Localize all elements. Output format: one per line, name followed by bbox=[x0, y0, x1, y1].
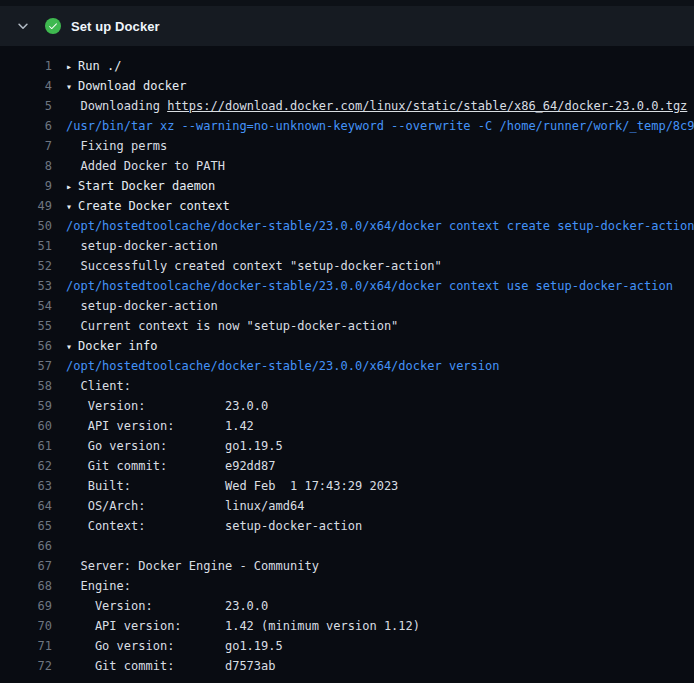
log-text: Docker info bbox=[78, 339, 157, 353]
line-number[interactable]: 52 bbox=[8, 256, 52, 276]
line-number[interactable]: 62 bbox=[8, 456, 52, 476]
log-line: 63 Built: Wed Feb 1 17:43:29 2023 bbox=[0, 476, 694, 496]
log-line-content: ▸Start Docker daemon bbox=[66, 176, 694, 196]
log-text: Version: 23.0.0 bbox=[66, 599, 268, 613]
log-line: 71 Go version: go1.19.5 bbox=[0, 636, 694, 656]
log-line: 58 Client: bbox=[0, 376, 694, 396]
log-line-content: OS/Arch: linux/amd64 bbox=[66, 496, 694, 516]
group-toggle-icon[interactable]: ▾ bbox=[66, 201, 72, 212]
log-text: Server: Docker Engine - Community bbox=[66, 559, 319, 573]
log-line-content: Built: Wed Feb 1 17:43:29 2023 bbox=[66, 476, 694, 496]
log-line-content: Git commit: d7573ab bbox=[66, 656, 694, 676]
line-number[interactable]: 1 bbox=[8, 56, 52, 76]
log-text: Go version: go1.19.5 bbox=[66, 639, 283, 653]
line-number[interactable]: 8 bbox=[8, 156, 52, 176]
line-number[interactable]: 57 bbox=[8, 356, 52, 376]
log-line-content: Added Docker to PATH bbox=[66, 156, 694, 176]
log-line: 49 ▾Create Docker context bbox=[0, 196, 694, 216]
log-line: 55 Current context is now "setup-docker-… bbox=[0, 316, 694, 336]
log-line-content: /opt/hostedtoolcache/docker-stable/23.0.… bbox=[66, 216, 694, 236]
line-number[interactable]: 9 bbox=[8, 176, 52, 196]
line-number[interactable]: 5 bbox=[8, 96, 52, 116]
line-number[interactable]: 60 bbox=[8, 416, 52, 436]
log-line-content: Go version: go1.19.5 bbox=[66, 436, 694, 456]
line-number[interactable]: 50 bbox=[8, 216, 52, 236]
log-text: Client: bbox=[66, 379, 131, 393]
line-number[interactable]: 58 bbox=[8, 376, 52, 396]
line-number[interactable]: 6 bbox=[8, 116, 52, 136]
log-line: 60 API version: 1.42 bbox=[0, 416, 694, 436]
line-number[interactable]: 72 bbox=[8, 656, 52, 676]
log-text: Built: Wed Feb 1 17:43:29 2023 bbox=[66, 479, 398, 493]
log-line: 62 Git commit: e92dd87 bbox=[0, 456, 694, 476]
log-line-content: API version: 1.42 bbox=[66, 416, 694, 436]
log-line: 70 API version: 1.42 (minimum version 1.… bbox=[0, 616, 694, 636]
line-number[interactable]: 70 bbox=[8, 616, 52, 636]
line-number[interactable]: 64 bbox=[8, 496, 52, 516]
log-line-content: Go version: go1.19.5 bbox=[66, 636, 694, 656]
log-text: setup-docker-action bbox=[66, 239, 218, 253]
line-number[interactable]: 59 bbox=[8, 396, 52, 416]
log-text: /opt/hostedtoolcache/docker-stable/23.0.… bbox=[66, 219, 694, 233]
log-line-content: Successfully created context "setup-dock… bbox=[66, 256, 694, 276]
log-line-content: Current context is now "setup-docker-act… bbox=[66, 316, 694, 336]
line-number[interactable]: 65 bbox=[8, 516, 52, 536]
log-line-content: /opt/hostedtoolcache/docker-stable/23.0.… bbox=[66, 276, 694, 296]
line-number[interactable]: 49 bbox=[8, 196, 52, 216]
log-line-content: setup-docker-action bbox=[66, 236, 694, 256]
log-line-content: Context: setup-docker-action bbox=[66, 516, 694, 536]
log-line: 9 ▸Start Docker daemon bbox=[0, 176, 694, 196]
log-line: 67 Server: Docker Engine - Community bbox=[0, 556, 694, 576]
log-text: Run ./ bbox=[78, 59, 121, 73]
log-line: 4 ▾Download docker bbox=[0, 76, 694, 96]
log-line-content: Version: 23.0.0 bbox=[66, 596, 694, 616]
group-toggle-icon[interactable]: ▸ bbox=[66, 181, 72, 192]
line-number[interactable]: 4 bbox=[8, 76, 52, 96]
line-number[interactable]: 61 bbox=[8, 436, 52, 456]
log-link[interactable]: https://download.docker.com/linux/static… bbox=[167, 99, 687, 113]
group-toggle-icon[interactable]: ▸ bbox=[66, 61, 72, 72]
log-line: 51 setup-docker-action bbox=[0, 236, 694, 256]
line-number[interactable]: 63 bbox=[8, 476, 52, 496]
log-text: Download docker bbox=[78, 79, 186, 93]
log-line: 53 /opt/hostedtoolcache/docker-stable/23… bbox=[0, 276, 694, 296]
log-text: Start Docker daemon bbox=[78, 179, 215, 193]
log-text: Version: 23.0.0 bbox=[66, 399, 268, 413]
log-line-content: Client: bbox=[66, 376, 694, 396]
log-line-content: /opt/hostedtoolcache/docker-stable/23.0.… bbox=[66, 356, 694, 376]
line-number[interactable]: 67 bbox=[8, 556, 52, 576]
log-line: 69 Version: 23.0.0 bbox=[0, 596, 694, 616]
line-number[interactable]: 51 bbox=[8, 236, 52, 256]
line-number[interactable]: 66 bbox=[8, 536, 52, 556]
log-text: API version: 1.42 bbox=[66, 419, 254, 433]
log-text: /usr/bin/tar xz --warning=no-unknown-key… bbox=[66, 119, 694, 133]
step-header[interactable]: Set up Docker bbox=[0, 6, 694, 46]
line-number[interactable]: 7 bbox=[8, 136, 52, 156]
group-toggle-icon[interactable]: ▾ bbox=[66, 341, 72, 352]
log-text: Added Docker to PATH bbox=[66, 159, 225, 173]
log-line: 50 /opt/hostedtoolcache/docker-stable/23… bbox=[0, 216, 694, 236]
log-line-content bbox=[66, 536, 694, 556]
line-number[interactable]: 56 bbox=[8, 336, 52, 356]
log-line: 7 Fixing perms bbox=[0, 136, 694, 156]
log-text: Successfully created context "setup-dock… bbox=[66, 259, 442, 273]
line-number[interactable]: 68 bbox=[8, 576, 52, 596]
group-toggle-icon[interactable]: ▾ bbox=[66, 81, 72, 92]
log-line: 64 OS/Arch: linux/amd64 bbox=[0, 496, 694, 516]
log-line: 52 Successfully created context "setup-d… bbox=[0, 256, 694, 276]
log-line: 65 Context: setup-docker-action bbox=[0, 516, 694, 536]
line-number[interactable]: 69 bbox=[8, 596, 52, 616]
log-text: setup-docker-action bbox=[66, 299, 218, 313]
line-number[interactable]: 55 bbox=[8, 316, 52, 336]
line-number[interactable]: 53 bbox=[8, 276, 52, 296]
line-number[interactable]: 71 bbox=[8, 636, 52, 656]
log-text: /opt/hostedtoolcache/docker-stable/23.0.… bbox=[66, 359, 499, 373]
log-line-content: ▸Run ./ bbox=[66, 56, 694, 76]
log-line: 54 setup-docker-action bbox=[0, 296, 694, 316]
log-text: Engine: bbox=[66, 579, 131, 593]
log-line: 1 ▸Run ./ bbox=[0, 56, 694, 76]
chevron-down-icon[interactable] bbox=[16, 19, 30, 33]
log-line: 68 Engine: bbox=[0, 576, 694, 596]
log-line: 8 Added Docker to PATH bbox=[0, 156, 694, 176]
line-number[interactable]: 54 bbox=[8, 296, 52, 316]
